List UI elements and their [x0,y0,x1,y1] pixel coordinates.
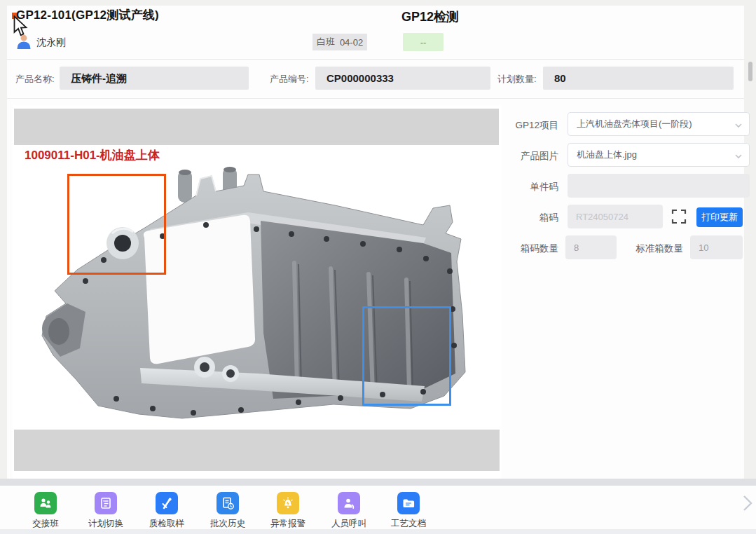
unit-code-label: 单件码 [511,181,558,193]
shift-handover-icon [34,492,57,514]
chevron-down-icon [734,121,743,130]
form-divider [7,98,744,99]
gp12-project-label: GP12项目 [511,119,558,132]
product-code-field[interactable]: CP000000333 [315,67,490,90]
staff-call-icon [338,492,360,514]
product-image-panel: 1009011-H01-机油盘上体 [13,105,502,479]
standard-box-input[interactable] [690,235,743,259]
inspection-highlight-blue [362,306,451,406]
gp12-project-select[interactable]: 上汽机油盘壳体项目(一阶段) [568,112,750,136]
bottom-toolbar: 交接班 计划切换 质检取样 [0,486,756,529]
toolbar-item-label: 计划切换 [84,518,128,530]
toolbar-item-shift-handover[interactable]: 交接班 [24,492,67,530]
production-line-title: GP12-101(GP12测试产线) [16,7,159,23]
chevron-right-icon[interactable] [741,494,754,512]
toolbar-item-label: 交接班 [24,518,67,530]
bottom-edge-strip [0,529,756,534]
scan-icon[interactable] [671,209,687,224]
product-name-field[interactable]: 压铸件-追溯 [60,67,249,90]
inspection-highlight-orange [67,174,166,275]
user-avatar-icon [16,34,32,50]
section-divider-band [0,479,756,486]
box-count-label: 箱码数量 [511,242,558,255]
process-doc-icon [397,492,420,514]
product-name-label: 产品名称: [15,73,55,85]
box-code-label: 箱码 [511,212,558,224]
plan-switch-icon [95,492,117,514]
image-bottom-placeholder-bar [14,430,500,471]
shift-badge: 白班 04-02 [312,34,367,50]
toolbar-item-plan-switch[interactable]: 计划切换 [84,492,128,530]
shift-label: 白班 [317,36,335,48]
shift-date: 04-02 [340,37,363,48]
gp12-project-value: 上汽机油盘壳体项目(一阶段) [577,118,692,130]
batch-history-icon [217,492,239,514]
header-divider [7,59,744,60]
vertical-scrollbar[interactable] [748,62,752,81]
standard-box-label: 标准箱数量 [634,242,683,255]
product-picture-value: 机油盘上体.jpg [577,149,637,161]
box-count-input[interactable] [565,235,617,259]
app-window: GP12-101(GP12测试产线) GP12检测 沈永刚 白班 04-02 -… [0,0,756,534]
plan-qty-value: 80 [543,67,734,90]
toolbar-item-label: 工艺文档 [387,518,430,530]
page-title: GP12检测 [401,8,459,25]
toolbar-item-alarm[interactable]: 异常报警 [266,492,310,530]
product-code-label: 产品编号: [270,73,309,85]
toolbar-item-quality-sampling[interactable]: 质检取样 [145,492,188,530]
toolbar-item-label: 质检取样 [145,518,188,530]
toolbar-item-batch-history[interactable]: 批次历史 [206,492,249,530]
toolbar-item-label: 批次历史 [206,518,249,530]
box-code-input[interactable] [568,205,663,228]
toolbar-item-label: 异常报警 [266,518,310,530]
toolbar-item-staff-call[interactable]: 人员呼叫 [327,492,371,530]
status-badge: -- [403,33,444,51]
product-code-value: CP000000333 [315,67,490,90]
product-picture-select[interactable]: 机油盘上体.jpg [568,143,750,167]
toolbar-item-label: 人员呼叫 [327,518,371,530]
operator-name: 沈永刚 [36,36,66,49]
part-caption: 1009011-H01-机油盘上体 [25,147,160,163]
toolbar-item-process-doc[interactable]: 工艺文档 [387,492,430,530]
plan-qty-field[interactable]: 80 [543,67,734,90]
product-name-value: 压铸件-追溯 [60,67,249,90]
alarm-icon [277,492,299,514]
print-update-button[interactable]: 打印更新 [696,207,743,227]
image-top-placeholder-bar [14,109,499,145]
quality-sample-icon [156,492,178,514]
product-picture-label: 产品图片 [511,150,558,163]
gp12-form-panel: GP12项目 上汽机油盘壳体项目(一阶段) 产品图片 机油盘上体.jpg 单件码… [511,105,744,273]
unit-code-input[interactable] [568,174,750,198]
main-content: GP12-101(GP12测试产线) GP12检测 沈永刚 白班 04-02 -… [7,6,744,479]
plan-qty-label: 计划数量: [497,73,537,85]
chevron-down-icon [734,152,743,160]
